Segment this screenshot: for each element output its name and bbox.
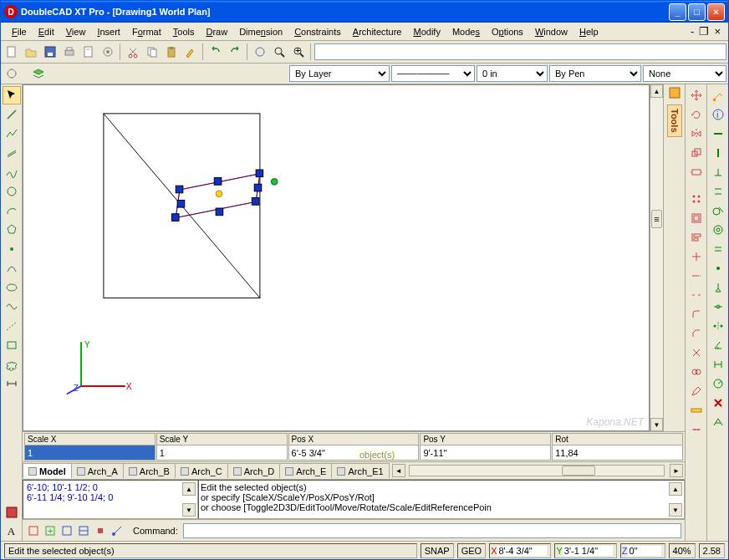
tab-model[interactable]: Model <box>23 463 72 478</box>
explode-tool-icon[interactable] <box>687 344 706 362</box>
mdi-restore[interactable]: ❐ <box>696 25 711 38</box>
maximize-button[interactable]: □ <box>688 3 706 21</box>
copy-icon[interactable] <box>143 43 161 61</box>
layer-combo[interactable]: By Layer <box>289 65 390 82</box>
posy-input[interactable] <box>421 445 550 460</box>
snap-settings-icon[interactable] <box>3 64 21 83</box>
constraint-perp-icon[interactable] <box>709 163 727 181</box>
toggle-2-icon[interactable]: + <box>43 523 58 538</box>
menu-edit[interactable]: Edit <box>33 25 60 38</box>
trim-tool-icon[interactable] <box>687 247 706 266</box>
menu-options[interactable]: Options <box>486 25 529 38</box>
vscroll-thumb[interactable]: ≡ <box>651 210 662 228</box>
status-zoom[interactable]: 40% <box>669 543 696 558</box>
mdi-minimize[interactable]: - <box>688 25 696 38</box>
properties-icon[interactable] <box>99 43 117 61</box>
multi-line-icon[interactable] <box>3 163 21 181</box>
hist-scroll-up-icon[interactable]: ▲ <box>182 482 196 496</box>
info-icon[interactable]: i <box>709 105 727 124</box>
dimension-tool-icon[interactable] <box>3 374 21 393</box>
mdi-close[interactable]: × <box>711 25 723 38</box>
layer-manager-icon[interactable] <box>29 64 48 83</box>
toggle-4-icon[interactable] <box>76 523 91 538</box>
constraint-distance-icon[interactable] <box>709 355 727 374</box>
line-tool-icon[interactable] <box>3 105 21 124</box>
align-tool-icon[interactable] <box>687 228 706 247</box>
menu-constraints[interactable]: Constraints <box>288 25 347 38</box>
select-tool-icon[interactable] <box>3 86 21 104</box>
stretch-tool-icon[interactable] <box>687 163 706 181</box>
text-tool-icon[interactable]: A <box>3 522 21 541</box>
menu-window[interactable]: Window <box>529 25 574 38</box>
extend-tool-icon[interactable] <box>687 267 706 285</box>
tools-tab[interactable]: Tools <box>667 104 682 137</box>
rot-input[interactable] <box>553 445 682 460</box>
open-icon[interactable] <box>22 43 40 61</box>
constraint-v-icon[interactable] <box>709 144 727 162</box>
brush-icon[interactable] <box>181 43 200 61</box>
constraint-angle-icon[interactable] <box>709 336 727 354</box>
scale-tool-icon[interactable] <box>687 144 706 162</box>
edit-node-icon[interactable] <box>709 86 727 104</box>
scaley-input[interactable] <box>157 445 287 460</box>
double-line-icon[interactable] <box>3 144 21 162</box>
drawing-canvas[interactable]: Y X Z Kapona.NET <box>23 84 650 431</box>
close-button[interactable]: × <box>707 3 725 21</box>
tab-arch-e[interactable]: Arch_E <box>279 463 332 478</box>
tab-arch-c[interactable]: Arch_C <box>175 463 228 478</box>
hscroll-right-icon[interactable]: ► <box>670 464 683 477</box>
coord-x-input[interactable] <box>497 546 547 556</box>
command-input[interactable] <box>183 523 681 538</box>
constraint-equal-icon[interactable] <box>709 240 727 258</box>
fillet-tool-icon[interactable] <box>687 305 706 323</box>
pan-icon[interactable] <box>251 43 269 61</box>
style-combo[interactable]: None <box>643 65 726 82</box>
coord-y-input[interactable] <box>563 546 613 556</box>
menu-format[interactable]: Format <box>126 25 167 38</box>
chamfer-tool-icon[interactable] <box>687 324 706 343</box>
status-snap[interactable]: SNAP <box>421 543 454 558</box>
curve-tool-icon[interactable] <box>3 259 21 277</box>
constraint-parallel-icon[interactable] <box>709 182 727 201</box>
hist-scroll-down-icon[interactable]: ▼ <box>182 503 196 517</box>
menu-tools[interactable]: Tools <box>167 25 201 38</box>
polyline-tool-icon[interactable] <box>3 125 21 143</box>
constraint-h-icon[interactable] <box>709 125 727 143</box>
command-output[interactable]: Edit the selected object(s) or specify [… <box>198 480 685 519</box>
menu-view[interactable]: View <box>60 25 92 38</box>
linetype-combo[interactable]: ──────── <box>391 65 475 82</box>
tab-arch-b[interactable]: Arch_B <box>123 463 176 478</box>
menu-file[interactable]: File <box>6 25 33 38</box>
scroll-down-icon[interactable]: ▼ <box>650 418 663 431</box>
vertical-scrollbar[interactable]: ▲ ≡ ▼ <box>650 84 663 431</box>
measure-tool-icon[interactable] <box>687 401 706 420</box>
toggle-1-icon[interactable] <box>26 523 41 538</box>
undo-icon[interactable] <box>206 43 225 61</box>
print-icon[interactable] <box>60 43 79 61</box>
constraint-coincident-icon[interactable] <box>709 259 727 277</box>
paste-icon[interactable] <box>162 43 181 61</box>
zoom-icon[interactable] <box>270 43 288 61</box>
toggle-3-icon[interactable] <box>59 523 74 538</box>
menu-draw[interactable]: Draw <box>200 25 233 38</box>
constraint-tangent-icon[interactable] <box>709 201 727 220</box>
pen-combo[interactable]: By Pen <box>549 65 641 82</box>
minimize-button[interactable]: _ <box>669 3 686 21</box>
menu-dimension[interactable]: Dimension <box>233 25 288 38</box>
constraint-concentric-icon[interactable] <box>709 221 727 239</box>
status-geo[interactable]: GEO <box>457 543 486 558</box>
ellipse-tool-icon[interactable] <box>3 278 21 297</box>
out-scroll-up-icon[interactable]: ▲ <box>669 482 682 496</box>
point-tool-icon[interactable] <box>3 240 21 258</box>
redo-icon[interactable] <box>226 43 244 61</box>
rotate-tool-icon[interactable] <box>687 105 706 124</box>
scalex-input[interactable] <box>25 445 155 460</box>
coord-history[interactable]: 6'-10; 10'-1 1/2; 0 6'-11 1/4; 9'-10 1/4… <box>23 480 198 519</box>
menu-insert[interactable]: Insert <box>91 25 126 38</box>
coord-z-input[interactable] <box>628 546 661 556</box>
tools-toggle-icon[interactable] <box>668 86 681 101</box>
hatch-tool-icon[interactable] <box>3 503 21 522</box>
tab-arch-a[interactable]: Arch_A <box>71 463 124 478</box>
arc-tool-icon[interactable] <box>3 201 21 220</box>
constraint-delete-icon[interactable] <box>709 394 727 412</box>
